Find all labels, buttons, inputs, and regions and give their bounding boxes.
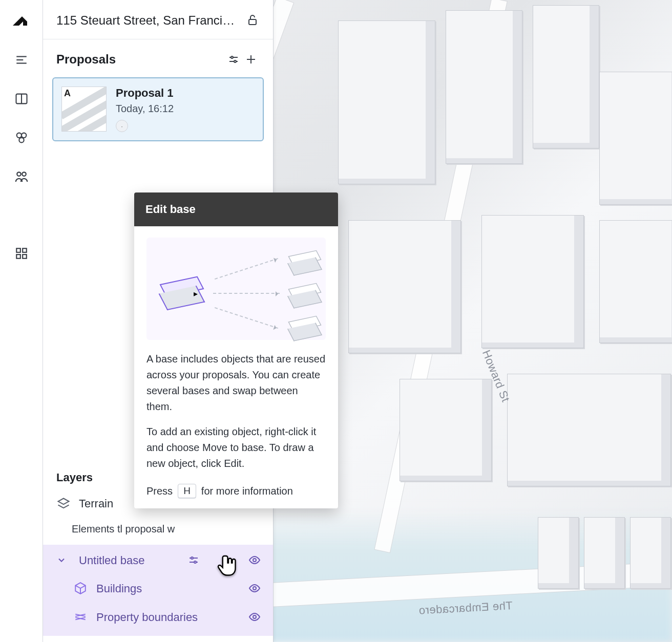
project-address[interactable]: 115 Steuart Street, San Francisco, … (56, 13, 239, 28)
edit-base-icon[interactable] (187, 554, 201, 567)
svg-rect-13 (23, 254, 27, 259)
popover-key-hint: Press H for more information (146, 481, 326, 498)
building-block (599, 72, 672, 205)
svg-point-25 (253, 559, 256, 562)
layer-label: Untitled base (79, 554, 144, 567)
visibility-icon[interactable] (248, 611, 262, 624)
proposal-owner-avatar: · (116, 120, 128, 132)
svg-point-18 (234, 60, 236, 62)
cube-icon (74, 582, 88, 596)
proposal-card[interactable]: A Proposal 1 Today, 16:12 · (52, 77, 264, 141)
apps-grid-icon[interactable] (11, 243, 32, 264)
key-badge: H (178, 484, 196, 498)
building-block (348, 220, 461, 353)
popover-illustration: ▸ (146, 238, 326, 340)
layer-label: Property boundaries (96, 611, 198, 624)
proposal-title: Proposal 1 (116, 87, 174, 100)
people-icon[interactable] (11, 166, 32, 187)
modules-icon[interactable] (11, 127, 32, 148)
key-prefix: Press (146, 485, 173, 497)
layer-base[interactable]: Untitled base (43, 547, 273, 574)
svg-point-27 (253, 587, 256, 590)
visibility-icon[interactable] (248, 582, 262, 595)
layer-buildings[interactable]: Buildings (43, 574, 273, 603)
svg-point-16 (231, 56, 233, 58)
svg-point-6 (22, 133, 26, 138)
building-block (584, 517, 625, 589)
building-block (538, 517, 579, 589)
add-proposal-icon[interactable] (242, 51, 260, 68)
layer-label: Terrain (79, 497, 113, 510)
svg-point-5 (16, 133, 21, 138)
boundaries-icon (74, 610, 88, 625)
layers-hint: Elements tl proposal w (43, 518, 273, 545)
svg-rect-14 (249, 19, 256, 25)
unlock-icon[interactable] (246, 14, 260, 27)
layer-property-boundaries[interactable]: Property boundaries (43, 603, 273, 632)
popover-title: Edit base (134, 192, 338, 226)
proposals-header: Proposals (43, 39, 273, 77)
thumbnail-tag: A (64, 88, 71, 99)
address-row: 115 Steuart Street, San Francisco, … (43, 0, 273, 39)
menu-icon[interactable] (11, 49, 32, 71)
building-block (630, 517, 671, 589)
filter-icon[interactable] (225, 51, 242, 68)
building-block (481, 215, 584, 348)
building-block (338, 20, 435, 184)
building-block (507, 374, 671, 486)
proposal-time: Today, 16:12 (116, 103, 174, 115)
popover-paragraph: To add an existing object, right-click i… (146, 424, 326, 472)
visibility-icon[interactable] (248, 554, 262, 567)
building-block (533, 5, 599, 148)
svg-point-7 (19, 138, 24, 142)
svg-rect-10 (16, 248, 20, 252)
edit-base-popover: Edit base ▸ A base includes objects that… (134, 192, 338, 508)
proposals-title: Proposals (56, 52, 225, 67)
layer-label: Buildings (96, 582, 142, 595)
svg-point-32 (253, 615, 256, 618)
book-icon[interactable] (11, 88, 32, 110)
svg-point-22 (191, 557, 193, 559)
building-block (599, 220, 672, 343)
building-block (400, 379, 492, 481)
chevron-down-icon[interactable] (56, 555, 68, 566)
base-group: Untitled base Buildings (43, 545, 273, 636)
popover-paragraph: A base includes objects that are reused … (146, 351, 326, 415)
svg-point-24 (194, 561, 196, 563)
app-logo-icon[interactable] (12, 14, 31, 32)
svg-rect-11 (23, 248, 27, 252)
svg-point-8 (17, 172, 21, 176)
key-suffix: for more information (201, 485, 293, 497)
proposal-thumbnail: A (61, 87, 107, 132)
svg-rect-12 (16, 254, 20, 259)
left-rail (0, 0, 43, 642)
svg-point-9 (22, 172, 26, 176)
terrain-icon (56, 497, 71, 511)
building-block (446, 10, 522, 164)
